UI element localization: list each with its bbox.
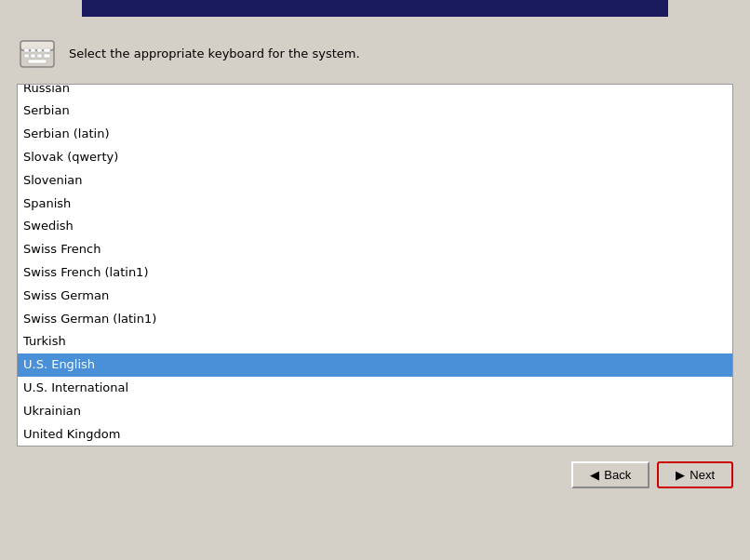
- svg-rect-7: [31, 54, 35, 58]
- back-label: Back: [604, 468, 631, 482]
- list-item[interactable]: Serbian: [18, 100, 732, 123]
- list-item[interactable]: Swiss German: [18, 285, 732, 308]
- svg-rect-2: [24, 48, 29, 52]
- list-item[interactable]: Swiss French (latin1): [18, 261, 732, 285]
- svg-rect-10: [28, 60, 47, 63]
- keyboard-list[interactable]: PortugueseRomanianRussianSerbianSerbian …: [18, 85, 732, 446]
- svg-rect-8: [37, 54, 42, 58]
- svg-rect-4: [37, 48, 42, 52]
- keyboard-list-container: PortugueseRomanianRussianSerbianSerbian …: [17, 84, 733, 447]
- list-item[interactable]: Ukrainian: [18, 400, 732, 423]
- list-item[interactable]: Swedish: [18, 215, 732, 238]
- back-button[interactable]: ◀ Back: [571, 461, 650, 488]
- list-item[interactable]: Russian: [18, 85, 732, 100]
- header-bar: [82, 0, 668, 17]
- svg-rect-5: [44, 48, 50, 52]
- list-item[interactable]: Slovenian: [18, 169, 732, 193]
- svg-rect-9: [44, 54, 50, 58]
- keyboard-icon: [17, 33, 58, 74]
- instruction-text: Select the appropriate keyboard for the …: [69, 45, 360, 63]
- next-icon: ▶: [676, 468, 685, 482]
- list-item[interactable]: United Kingdom: [18, 423, 732, 446]
- list-item[interactable]: Spanish: [18, 193, 732, 216]
- svg-rect-6: [24, 54, 29, 58]
- list-item[interactable]: Swiss German (latin1): [18, 308, 732, 331]
- list-item[interactable]: Slovak (qwerty): [18, 146, 732, 169]
- list-item[interactable]: Swiss French: [18, 238, 732, 261]
- next-button[interactable]: ▶ Next: [657, 461, 733, 488]
- list-item[interactable]: U.S. International: [18, 377, 732, 400]
- back-icon: ◀: [590, 468, 599, 482]
- svg-rect-3: [31, 48, 35, 52]
- next-label: Next: [690, 468, 715, 482]
- list-item[interactable]: Serbian (latin): [18, 123, 732, 146]
- list-item[interactable]: Turkish: [18, 330, 732, 353]
- list-item[interactable]: U.S. English: [18, 353, 732, 377]
